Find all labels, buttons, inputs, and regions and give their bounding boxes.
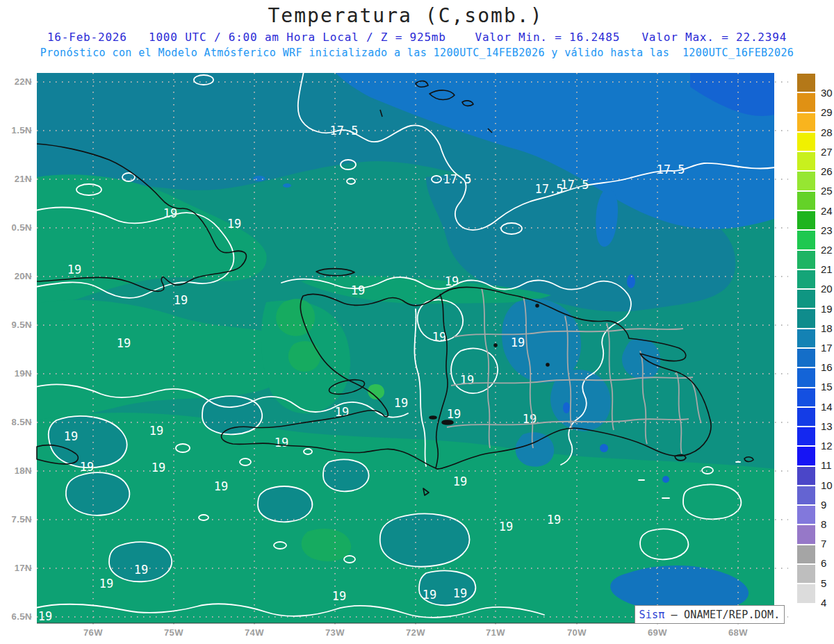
colorbar-tick-label: 16 xyxy=(821,361,834,373)
contour-label: 19 xyxy=(64,429,78,443)
colorbar-tick-label: 11 xyxy=(821,459,834,471)
contour-label: 19 xyxy=(460,373,474,387)
colorbar-segment xyxy=(797,133,815,151)
contour-label: 19 xyxy=(117,336,131,350)
y-tick-label: 1.5N xyxy=(1,125,32,135)
x-tick-label: 71W xyxy=(475,627,516,638)
y-tick-label: 22N xyxy=(1,76,32,87)
contour-label: 19 xyxy=(80,460,94,474)
contour-label: 19 xyxy=(67,263,81,276)
colorbar-segment xyxy=(797,408,815,426)
x-tick-label: 74W xyxy=(234,627,275,638)
model-init-line: Pronóstico con el Modelo Atmósferico WRF… xyxy=(0,47,834,59)
contour-label: 19 xyxy=(394,396,408,410)
weather-map-page: Temperatura (C,somb.) 16-Feb-2026 1000 U… xyxy=(0,0,834,644)
colorbar-tick-label: 10 xyxy=(821,479,834,491)
colorbar-segment xyxy=(797,506,815,524)
contour-label: 19 xyxy=(332,589,346,603)
colorbar-tick-label: 5 xyxy=(821,577,834,589)
colorbar-tick-label: 15 xyxy=(821,381,834,393)
contour-label: 19 xyxy=(351,283,365,297)
colorbar-segment xyxy=(797,231,815,249)
x-tick-label: 73W xyxy=(314,627,356,638)
colorbar-tick-label: 8 xyxy=(821,518,834,530)
colorbar-segment xyxy=(797,93,815,111)
colorbar-tick-label: 18 xyxy=(821,322,834,334)
colorbar-segment xyxy=(797,486,815,504)
colorbar-segment xyxy=(797,545,815,563)
y-tick-label: 17N xyxy=(1,563,32,573)
product-name: Sisπ xyxy=(639,609,664,621)
colorbar-segment xyxy=(797,604,815,622)
colorbar-segment xyxy=(797,152,815,170)
contour-label: 19 xyxy=(38,609,52,623)
contour-label: 19 xyxy=(227,217,241,231)
colorbar-tick-label: 24 xyxy=(821,205,834,217)
colorbar-segment xyxy=(797,74,815,92)
colorbar-tick-label: 26 xyxy=(821,165,834,177)
contour-label: 17.5 xyxy=(657,163,685,176)
y-tick-label: 21N xyxy=(1,174,32,184)
contour-label: 19 xyxy=(152,461,165,474)
contour-label: 19 xyxy=(447,407,461,421)
y-tick-label: 8.5N xyxy=(1,417,32,427)
x-tick-label: 72W xyxy=(395,627,436,638)
contour-label: 17.5 xyxy=(535,182,564,196)
contour-label: 19 xyxy=(511,336,525,349)
colorbar-tick-label: 7 xyxy=(821,538,834,550)
credit-badge: Sisπ – ONAMET/REP.DOM. xyxy=(635,605,785,624)
colorbar-segment xyxy=(797,349,815,367)
colorbar-segment xyxy=(797,467,815,485)
contour-label: 19 xyxy=(432,330,446,344)
y-tick-label: 9.5N xyxy=(1,320,32,330)
colorbar-tick-label: 22 xyxy=(821,244,834,256)
x-tick-label: 69W xyxy=(637,627,678,638)
colorbar-segment xyxy=(797,211,815,229)
colorbar-tick-label: 29 xyxy=(821,106,834,118)
contour-label: 19 xyxy=(99,577,113,591)
x-tick-label: 76W xyxy=(72,627,114,638)
colorbar-tick-label: 27 xyxy=(821,146,834,158)
colorbar-segment xyxy=(797,290,815,308)
organization-name: ONAMET/REP.DOM. xyxy=(684,609,780,621)
colorbar-segment xyxy=(797,172,815,190)
colorbar-tick-label: 9 xyxy=(821,499,834,511)
contour-label: 19 xyxy=(149,424,163,438)
page-title: Temperatura (C,somb.) xyxy=(37,4,774,27)
contour-label: 19 xyxy=(445,274,459,288)
colorbar-tick-label: 13 xyxy=(821,420,834,432)
y-tick-label: 0.5N xyxy=(1,222,32,233)
colorbar-tick-label: 21 xyxy=(821,263,834,275)
x-tick-label: 68W xyxy=(717,627,759,638)
colorbar-tick-label: 25 xyxy=(821,185,834,197)
colorbar-tick-label: 30 xyxy=(821,87,834,99)
contour-label: 19 xyxy=(499,520,513,534)
y-tick-label: 7.5N xyxy=(1,514,32,525)
contour-label: 19 xyxy=(174,293,188,307)
colorbar-tick-label: 4 xyxy=(821,597,834,609)
contour-label: 17.5 xyxy=(561,178,589,192)
y-tick-label: 18N xyxy=(1,465,32,476)
badge-separator: – xyxy=(664,609,684,621)
colorbar-segment xyxy=(797,192,815,210)
map-canvas: 17.517.517.517.517.519191919191919191919… xyxy=(37,73,774,623)
colorbar-tick-label: 14 xyxy=(821,401,834,413)
x-tick-label: 75W xyxy=(153,627,195,638)
colorbar-segment xyxy=(797,113,815,131)
colorbar-tick-label: 20 xyxy=(821,283,834,295)
colorbar-tick-label: 28 xyxy=(821,126,834,138)
contour-label: 19 xyxy=(214,479,228,493)
colorbar-segment xyxy=(797,525,815,543)
colorbar-tick-label: 17 xyxy=(821,342,834,354)
colorbar-segment xyxy=(797,584,815,602)
colorbar-tick-label: 23 xyxy=(821,224,834,236)
colorbar-tick-label: 6 xyxy=(821,557,834,569)
colorbar-segment xyxy=(797,251,815,269)
colorbar-segment xyxy=(797,329,815,347)
contour-label: 17.5 xyxy=(443,172,472,186)
contour-label: 19 xyxy=(453,474,467,488)
colorbar-segment xyxy=(797,368,815,386)
x-tick-label: 70W xyxy=(556,627,598,638)
colorbar-segment xyxy=(797,270,815,288)
colorbar-tick-label: 19 xyxy=(821,303,834,315)
